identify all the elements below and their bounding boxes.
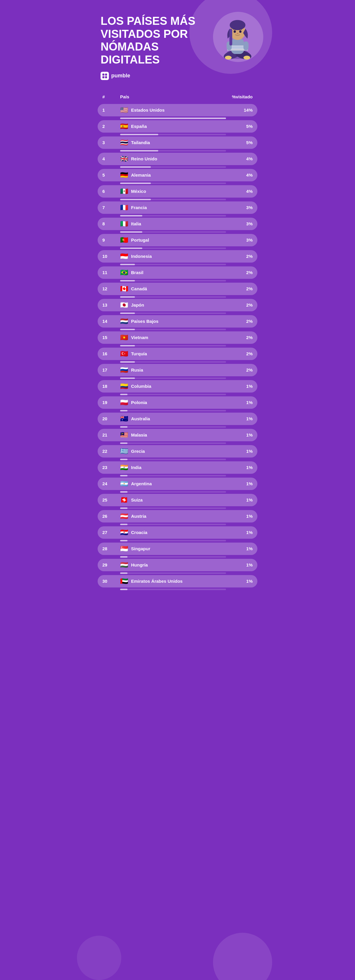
- rank-cell: 20: [102, 416, 120, 421]
- bar-container: [120, 394, 226, 395]
- country-cell: 🇲🇽 México: [120, 188, 226, 195]
- bar-fill: [120, 215, 142, 216]
- bar-row: [98, 394, 257, 395]
- flag-icon: 🇲🇽: [120, 188, 128, 195]
- bar-container: [120, 166, 226, 168]
- percent-cell: 1%: [226, 433, 253, 438]
- bar-container: [120, 231, 226, 233]
- table-row: 18 🇨🇴 Columbia 1%: [98, 380, 257, 393]
- bar-fill: [120, 508, 128, 509]
- table-row: 30 🇦🇪 Emiratos Árabes Unidos 1%: [98, 575, 257, 587]
- bar-row: [98, 377, 257, 379]
- country-name: Francia: [131, 205, 147, 210]
- percent-cell: 2%: [226, 368, 253, 372]
- flag-icon: 🇫🇷: [120, 204, 128, 211]
- rank-cell: 2: [102, 124, 120, 129]
- rank-cell: 4: [102, 156, 120, 161]
- bar-container: [120, 508, 226, 509]
- header-section: LOS PAÍSES MÁS VISITADOS POR NÓMADAS DIG…: [89, 0, 266, 86]
- flag-icon: 🇩🇪: [120, 172, 128, 178]
- country-name: Estados Unidos: [131, 108, 165, 113]
- country-name: Grecia: [131, 449, 145, 454]
- bar-row: [98, 248, 257, 249]
- table-row: 4 🇬🇧 Reino Unido 4%: [98, 153, 257, 165]
- country-cell: 🇦🇪 Emiratos Árabes Unidos: [120, 578, 226, 584]
- rank-cell: 1: [102, 108, 120, 113]
- percent-cell: 2%: [226, 270, 253, 275]
- bar-container: [120, 475, 226, 476]
- bar-container: [120, 442, 226, 444]
- percent-cell: 3%: [226, 237, 253, 242]
- country-name: Alemania: [131, 172, 151, 178]
- table-row: 25 🇨🇭 Suiza 1%: [98, 494, 257, 506]
- country-cell: 🇻🇳 Vietnam: [120, 334, 226, 341]
- col-header-rank: #: [102, 94, 120, 99]
- country-name: Italia: [131, 221, 141, 226]
- country-name: Austria: [131, 514, 146, 519]
- country-cell: 🇧🇷 Brasil: [120, 269, 226, 276]
- bar-row: [98, 118, 257, 119]
- flag-icon: 🇵🇹: [120, 237, 128, 243]
- percent-cell: 1%: [226, 497, 253, 503]
- flag-icon: 🇺🇸: [120, 107, 128, 113]
- percent-cell: 5%: [226, 140, 253, 145]
- country-name: Australia: [131, 416, 150, 421]
- bar-row: [98, 215, 257, 216]
- bar-fill: [120, 394, 128, 395]
- col-header-country: País: [120, 94, 226, 99]
- percent-cell: 2%: [226, 254, 253, 259]
- bar-row: [98, 231, 257, 233]
- bar-container: [120, 377, 226, 379]
- rank-cell: 30: [102, 579, 120, 584]
- country-cell: 🇦🇹 Austria: [120, 513, 226, 520]
- bar-fill: [120, 540, 128, 541]
- bar-row: [98, 508, 257, 509]
- country-name: Hungría: [131, 562, 148, 567]
- bar-fill: [120, 475, 128, 476]
- rank-cell: 18: [102, 384, 120, 389]
- country-cell: 🇦🇷 Argentina: [120, 480, 226, 487]
- country-name: Emiratos Árabes Unidos: [131, 579, 182, 584]
- flag-icon: 🇷🇺: [120, 367, 128, 373]
- flag-icon: 🇳🇱: [120, 318, 128, 325]
- country-cell: 🇹🇭 Tailandia: [120, 139, 226, 146]
- bar-fill: [120, 491, 128, 493]
- percent-cell: 2%: [226, 351, 253, 356]
- bar-fill: [120, 442, 128, 444]
- bar-fill: [120, 589, 128, 590]
- svg-point-4: [243, 56, 250, 59]
- table-row: 7 🇫🇷 Francia 3%: [98, 201, 257, 214]
- bar-row: [98, 410, 257, 411]
- bar-container: [120, 183, 226, 184]
- rank-cell: 14: [102, 319, 120, 324]
- bar-fill: [120, 410, 128, 411]
- bar-container: [120, 589, 226, 590]
- country-cell: 🇪🇸 España: [120, 123, 226, 130]
- rank-cell: 23: [102, 465, 120, 470]
- flag-icon: 🇦🇷: [120, 480, 128, 487]
- table-row: 27 🇭🇷 Croacia 1%: [98, 526, 257, 539]
- bar-fill: [120, 199, 151, 200]
- flag-icon: 🇦🇺: [120, 415, 128, 422]
- bar-container: [120, 426, 226, 428]
- percent-cell: 1%: [226, 481, 253, 486]
- bar-container: [120, 134, 226, 135]
- rank-cell: 25: [102, 497, 120, 503]
- table-row: 21 🇲🇾 Malasia 1%: [98, 429, 257, 441]
- rank-cell: 15: [102, 335, 120, 340]
- flag-icon: 🇨🇦: [120, 286, 128, 292]
- bar-fill: [120, 312, 135, 314]
- svg-rect-10: [243, 41, 248, 50]
- bar-container: [120, 573, 226, 574]
- country-cell: 🇵🇹 Portugal: [120, 237, 226, 243]
- bar-row: [98, 296, 257, 298]
- pumble-logo-icon: [101, 72, 109, 80]
- character-svg: [215, 13, 260, 69]
- country-cell: 🇮🇩 Indonesia: [120, 253, 226, 259]
- bar-fill: [120, 183, 151, 184]
- country-cell: 🇹🇷 Turquía: [120, 351, 226, 357]
- flag-icon: 🇦🇪: [120, 578, 128, 584]
- flag-icon: 🇮🇩: [120, 253, 128, 259]
- country-name: Vietnam: [131, 335, 148, 340]
- country-cell: 🇬🇧 Reino Unido: [120, 156, 226, 162]
